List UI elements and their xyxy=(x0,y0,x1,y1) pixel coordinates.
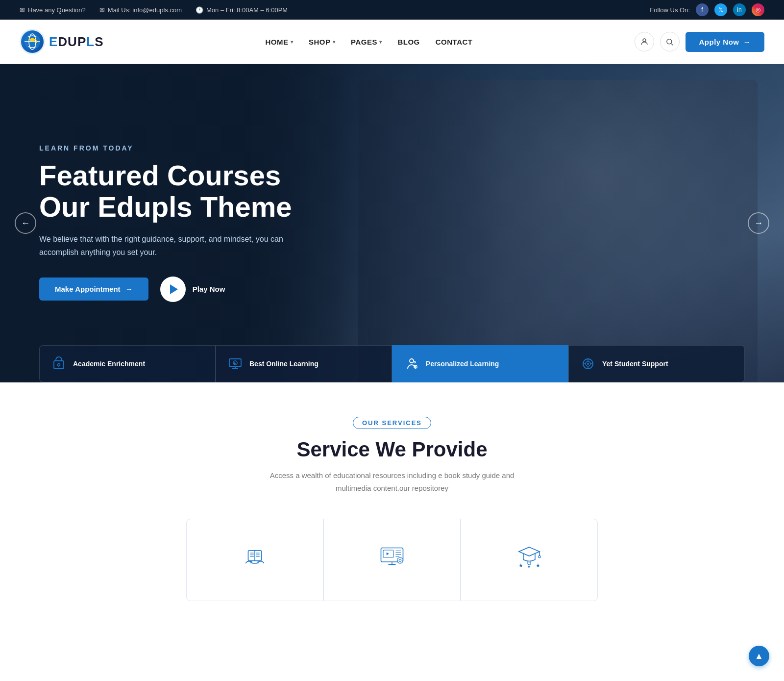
hero-description: We believe that with the right guidance,… xyxy=(39,232,294,259)
svg-rect-9 xyxy=(54,361,64,369)
topbar-right: Follow Us On: f 𝕏 in ◎ xyxy=(650,3,764,16)
chevron-down-icon: ▾ xyxy=(333,39,336,45)
feature-personalized-label: Personalized Learning xyxy=(426,360,499,368)
apply-now-button[interactable]: Apply Now → xyxy=(686,32,765,52)
user-icon[interactable] xyxy=(635,32,654,51)
hero-next-button[interactable]: → xyxy=(748,212,769,234)
arrow-right-icon: → xyxy=(125,285,133,293)
svg-point-10 xyxy=(58,364,60,366)
feature-online[interactable]: Best Online Learning xyxy=(216,345,392,382)
linkedin-icon[interactable]: in xyxy=(733,3,746,16)
feature-academic[interactable]: Academic Enrichment xyxy=(39,345,216,382)
play-button[interactable] xyxy=(160,277,186,302)
svg-text:★: ★ xyxy=(536,562,540,568)
graduation-icon: ★ ★ ★ xyxy=(512,539,546,573)
services-title: Service We Provide xyxy=(39,438,745,461)
header-actions: Apply Now → xyxy=(635,32,765,52)
student-support-icon xyxy=(579,354,597,373)
logo-icon xyxy=(20,29,45,54)
nav-blog[interactable]: BLOG xyxy=(397,36,419,48)
svg-point-5 xyxy=(36,42,37,43)
svg-point-6 xyxy=(643,39,646,42)
clock-icon: 🕐 xyxy=(196,6,203,14)
hero-title: Featured Courses Our Edupls Theme xyxy=(39,160,294,223)
topbar-question: ✉ Have any Question? xyxy=(20,6,86,14)
svg-line-8 xyxy=(671,43,673,45)
hero-features: Academic Enrichment Best Online Learning xyxy=(0,345,784,382)
logo[interactable]: EDUPLS xyxy=(20,29,103,54)
services-cards: ★ ★ ★ xyxy=(39,519,745,601)
nav-shop[interactable]: SHOP ▾ xyxy=(309,36,335,48)
services-description: Access a wealth of educational resources… xyxy=(270,469,514,494)
hero-actions: Make Appointment → Play Now xyxy=(39,277,294,302)
follow-label: Follow Us On: xyxy=(650,6,690,14)
mail-icon: ✉ xyxy=(20,6,25,14)
feature-support[interactable]: Yet Student Support xyxy=(568,345,745,382)
hero-content: LEARN FROM TODAY Featured Courses Our Ed… xyxy=(0,144,333,302)
online-learning-icon xyxy=(226,354,245,373)
search-icon[interactable] xyxy=(660,32,680,51)
topbar-hours: 🕐 Mon – Fri: 8:00AM – 6:00PM xyxy=(196,6,288,14)
service-card-3[interactable]: ★ ★ ★ xyxy=(461,519,598,601)
feature-online-label: Best Online Learning xyxy=(249,360,318,368)
chevron-down-icon: ▾ xyxy=(291,39,294,45)
play-label: Play Now xyxy=(193,285,225,293)
header: EDUPLS HOME ▾ SHOP ▾ PAGES ▾ BLOG CONTAC… xyxy=(0,20,784,64)
arrow-right-icon: → xyxy=(743,38,751,46)
topbar-left: ✉ Have any Question? ✉ Mail Us: info@edu… xyxy=(20,6,288,14)
play-group: Play Now xyxy=(160,277,225,302)
video-course-icon xyxy=(375,539,409,573)
hero-section: ← → LEARN FROM TODAY Featured Courses Ou… xyxy=(0,64,784,382)
play-icon xyxy=(170,284,178,294)
hero-prev-button[interactable]: ← xyxy=(15,212,36,234)
academic-icon xyxy=(49,354,68,373)
services-section: OUR SERVICES Service We Provide Access a… xyxy=(0,382,784,621)
service-card-2[interactable] xyxy=(323,519,461,601)
service-card-1[interactable] xyxy=(186,519,323,601)
main-nav: HOME ▾ SHOP ▾ PAGES ▾ BLOG CONTACT xyxy=(266,36,473,48)
instagram-icon[interactable]: ◎ xyxy=(752,3,764,16)
logo-text: EDUPLS xyxy=(49,34,103,50)
facebook-icon[interactable]: f xyxy=(696,3,709,16)
nav-pages[interactable]: PAGES ▾ xyxy=(351,36,382,48)
make-appointment-button[interactable]: Make Appointment → xyxy=(39,277,148,301)
topbar-mail[interactable]: ✉ Mail Us: info@edupls.com xyxy=(99,6,182,14)
twitter-icon[interactable]: 𝕏 xyxy=(714,3,727,16)
svg-text:★: ★ xyxy=(518,562,523,568)
hero-subtitle: LEARN FROM TODAY xyxy=(39,144,294,152)
nav-contact[interactable]: CONTACT xyxy=(436,36,473,48)
svg-point-14 xyxy=(410,359,414,363)
personalized-icon xyxy=(402,354,421,373)
feature-support-label: Yet Student Support xyxy=(602,360,668,368)
nav-home[interactable]: HOME ▾ xyxy=(266,36,294,48)
hands-book-icon xyxy=(238,539,272,573)
svg-point-7 xyxy=(667,39,672,44)
envelope-icon: ✉ xyxy=(99,6,105,14)
svg-point-18 xyxy=(587,363,589,365)
svg-marker-41 xyxy=(519,547,539,556)
topbar: ✉ Have any Question? ✉ Mail Us: info@edu… xyxy=(0,0,784,20)
chevron-down-icon: ▾ xyxy=(379,39,382,45)
services-tag: OUR SERVICES xyxy=(353,417,431,429)
feature-academic-label: Academic Enrichment xyxy=(73,360,145,368)
feature-personalized[interactable]: Personalized Learning xyxy=(392,345,568,382)
